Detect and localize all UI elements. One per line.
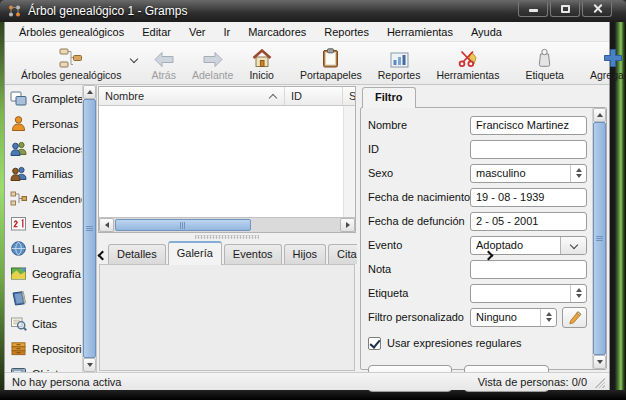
sidebar-label: Eventos (32, 218, 72, 230)
table-empty-area[interactable] (99, 106, 343, 217)
toolbar-add-button[interactable]: Agregar... (582, 44, 626, 83)
scroll-down-button[interactable] (593, 355, 606, 369)
filtro-personalizado-combobox[interactable]: Ninguno (470, 308, 557, 327)
title-bar[interactable]: Árbol genealógico 1 - Gramps (0, 0, 626, 22)
column-header-nombre[interactable]: Nombre (99, 87, 285, 105)
status-bar: No hay persona activa Vista de personas:… (5, 372, 609, 390)
table-horizontal-scrollbar[interactable] (99, 217, 355, 232)
window-title: Árbol genealógico 1 - Gramps (28, 4, 187, 18)
toolbar-tag-label: Etiqueta (525, 69, 564, 81)
close-button[interactable] (582, 2, 612, 17)
toolbar-family-trees-button[interactable]: Árboles genealógicos (13, 44, 129, 83)
pane-splitter[interactable] (98, 233, 356, 241)
toolbar-clipboard-button[interactable]: Portapapeles (292, 44, 370, 83)
regex-checkbox[interactable] (368, 337, 381, 350)
report-icon (390, 47, 409, 68)
gramps-app-icon (7, 4, 22, 19)
sidebar-item-grampletes[interactable]: Grampletes (5, 86, 82, 111)
tab-hijos[interactable]: Hijos (284, 244, 326, 264)
sidebar-item-personas[interactable]: Personas (5, 111, 82, 136)
arrow-up-icon (597, 113, 603, 117)
filter-row-defuncion: Fecha de defunción (368, 211, 587, 231)
nota-input[interactable] (470, 260, 587, 279)
menu-reports[interactable]: Reportes (316, 24, 377, 40)
menu-bookmarks[interactable]: Marcadores (240, 24, 314, 40)
sidebar-item-relaciones[interactable]: Relaciones (5, 136, 82, 161)
sexo-combobox[interactable]: masculino (470, 164, 587, 183)
edit-custom-filter-button[interactable] (562, 307, 587, 328)
column-header-sexo[interactable]: S (343, 87, 355, 105)
column-header-id[interactable]: ID (285, 87, 343, 105)
tab-eventos[interactable]: Eventos (224, 244, 282, 264)
sidebar-label: Lugares (32, 243, 72, 255)
fecha-nacimiento-input[interactable] (470, 188, 587, 207)
toolbar-forward-button[interactable]: Adelante (184, 44, 241, 83)
tab-detalles[interactable]: Detalles (108, 244, 166, 264)
sidebar-item-repositorios[interactable]: Repositorios (5, 336, 82, 361)
toolbar-home-button[interactable]: Inicio (241, 44, 282, 83)
tabs-scroll-left-button[interactable] (99, 246, 106, 264)
menu-help[interactable]: Ayuda (463, 24, 510, 40)
menu-edit[interactable]: Editar (134, 24, 179, 40)
resize-grip[interactable] (593, 376, 605, 388)
family-tree-icon (59, 47, 83, 68)
spinner-arrows-icon[interactable] (570, 165, 586, 182)
spinner-arrows-icon[interactable] (570, 285, 586, 302)
sidebar-item-fuentes[interactable]: Fuentes (5, 286, 82, 311)
gallery-tab-content[interactable] (99, 264, 355, 371)
sidebar-item-familias[interactable]: Familias (5, 161, 82, 186)
sidebar-item-geografia[interactable]: Geografía (5, 261, 82, 286)
dropdown-button[interactable] (560, 237, 586, 254)
arrow-down-icon (87, 363, 93, 367)
scrollbar-thumb[interactable] (83, 99, 96, 358)
menu-tools[interactable]: Herramientas (379, 24, 461, 40)
category-list: Grampletes Personas (5, 85, 82, 372)
sidebar-item-ascendencia[interactable]: Ascendencia (5, 186, 82, 211)
toolbar-tools-button[interactable]: Herramientas (428, 44, 507, 83)
toolbar-tag-button[interactable]: Etiqueta (517, 44, 572, 83)
toolbar-reports-button[interactable]: Reportes (370, 44, 429, 83)
scroll-right-button[interactable] (340, 218, 355, 232)
menu-go[interactable]: Ir (215, 24, 238, 40)
scrollbar-track[interactable] (114, 218, 340, 232)
scrollbar-thumb[interactable] (593, 122, 606, 355)
id-input[interactable] (470, 140, 587, 159)
nombre-input[interactable] (470, 116, 587, 135)
regex-option[interactable]: Usar expresiones regulares (368, 334, 587, 352)
sidebar-item-citas[interactable]: Citas (5, 311, 82, 336)
maximize-button[interactable] (550, 2, 580, 17)
family-trees-dropdown-button[interactable] (129, 44, 143, 83)
people-panel: Nombre ID S (97, 85, 357, 372)
scroll-up-button[interactable] (593, 108, 606, 122)
etiqueta-combobox[interactable] (470, 284, 587, 303)
toolbar-back-button[interactable]: Atrás (143, 44, 184, 83)
table-vertical-scrollbar[interactable] (343, 106, 355, 217)
filter-scrollbar[interactable] (592, 108, 606, 369)
spinner-arrows-icon[interactable] (540, 309, 556, 326)
minimize-button[interactable] (518, 2, 548, 17)
sidebar-item-lugares[interactable]: Lugares (5, 236, 82, 261)
tab-galeria[interactable]: Galería (168, 241, 222, 265)
tab-filtro[interactable]: Filtro (362, 87, 416, 108)
sidebar-label: Personas (32, 118, 78, 130)
sidebar-item-objetos[interactable]: Objetos (5, 361, 82, 372)
source-icon (10, 290, 27, 307)
fecha-defuncion-input[interactable] (470, 212, 587, 231)
menu-family-trees[interactable]: Árboles genealógicos (11, 24, 132, 40)
menu-view[interactable]: Ver (181, 24, 214, 40)
pedigree-icon (10, 190, 27, 207)
scroll-down-button[interactable] (83, 358, 96, 372)
scroll-up-button[interactable] (83, 85, 96, 99)
sidebar-scrollbar[interactable] (82, 85, 96, 372)
thumb-grip (180, 222, 185, 229)
field-label: Evento (368, 239, 470, 251)
scroll-left-button[interactable] (99, 218, 114, 232)
table-body[interactable] (99, 106, 355, 217)
field-label: Filtro personalizado (368, 311, 470, 323)
status-message: No hay persona activa (12, 376, 121, 388)
column-label: S (349, 90, 355, 102)
arrow-left-icon (105, 222, 109, 228)
filter-tab-strip: Filtro (360, 87, 607, 107)
scrollbar-thumb[interactable] (115, 219, 251, 231)
sidebar-item-eventos[interactable]: Eventos (5, 211, 82, 236)
